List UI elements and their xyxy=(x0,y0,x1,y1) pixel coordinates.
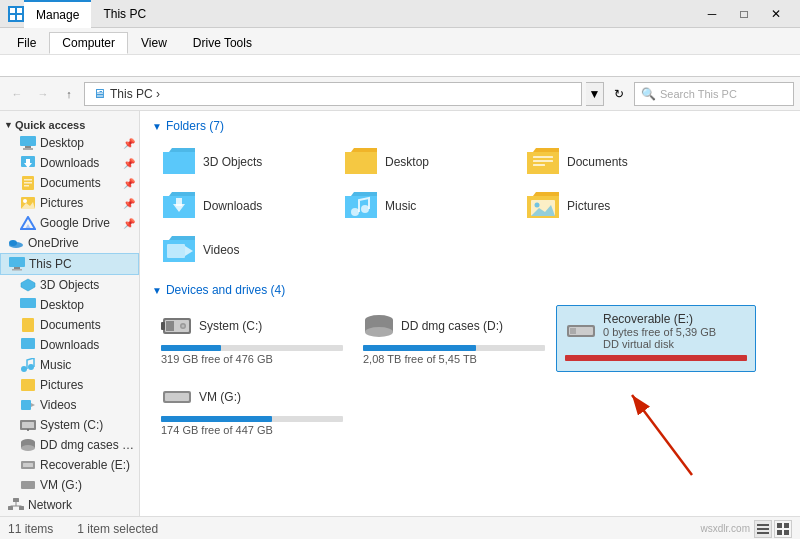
folder-videos-icon xyxy=(161,234,197,266)
downloads2-icon xyxy=(20,337,36,353)
sidebar-item-desktop[interactable]: Desktop 📌 xyxy=(0,133,139,153)
svg-rect-22 xyxy=(14,267,20,269)
title-tab-thispc[interactable]: This PC xyxy=(91,0,158,28)
folder-desktop[interactable]: Desktop xyxy=(334,141,514,183)
sidebar-item-vmg[interactable]: VM (G:) xyxy=(0,475,139,495)
forward-button[interactable]: → xyxy=(32,83,54,105)
vmg-progress-bg xyxy=(161,416,343,422)
address-dropdown[interactable]: ▼ xyxy=(586,82,604,106)
item-count: 11 items xyxy=(8,522,53,536)
ribbon-tab-computer[interactable]: Computer xyxy=(49,32,128,54)
sidebar-item-ddd[interactable]: DD dmg cases (D:) xyxy=(0,435,139,455)
search-box[interactable]: 🔍 Search This PC xyxy=(634,82,794,106)
recoverablee-progress-bg xyxy=(565,355,747,361)
minimize-button[interactable]: ─ xyxy=(696,0,728,28)
device-recoverablee-info: Recoverable (E:) 0 bytes free of 5,39 GB… xyxy=(603,312,747,350)
svg-rect-80 xyxy=(784,523,789,528)
sidebar-item-onedrive[interactable]: OneDrive xyxy=(0,233,139,253)
up-button[interactable]: ↑ xyxy=(58,83,80,105)
folder-music[interactable]: Music xyxy=(334,185,514,227)
ribbon-tab-drivetools[interactable]: Drive Tools xyxy=(180,32,265,54)
ribbon-tab-view[interactable]: View xyxy=(128,32,180,54)
documents-icon xyxy=(20,175,36,191)
svg-rect-12 xyxy=(24,182,32,184)
sidebar: ▼ Quick access Desktop 📌 Downloads 📌 Doc… xyxy=(0,111,140,516)
folders-arrow-icon: ▼ xyxy=(152,121,162,132)
ddd-icon xyxy=(20,437,36,453)
annotation-arrow xyxy=(612,365,732,485)
ddd-progress-bg xyxy=(363,345,545,351)
folder-3dobjects[interactable]: 3D Objects xyxy=(152,141,332,183)
sidebar-item-music[interactable]: Music xyxy=(0,355,139,375)
title-tab-manage[interactable]: Manage xyxy=(24,0,91,28)
sidebar-item-documents2[interactable]: Documents xyxy=(0,315,139,335)
svg-rect-9 xyxy=(26,159,30,164)
folder-downloads[interactable]: Downloads xyxy=(152,185,332,227)
device-vmg[interactable]: VM (G:) 174 GB free of 447 GB xyxy=(152,376,352,443)
sidebar-item-videos[interactable]: Videos xyxy=(0,395,139,415)
address-bar: ← → ↑ 🖥 This PC › ▼ ↻ 🔍 Search This PC xyxy=(0,77,800,111)
devices-grid: System (C:) 319 GB free of 476 GB xyxy=(152,305,788,443)
device-recoverablee-header: Recoverable (E:) 0 bytes free of 5,39 GB… xyxy=(565,312,747,350)
refresh-button[interactable]: ↻ xyxy=(608,83,630,105)
folder-pictures[interactable]: Pictures xyxy=(516,185,696,227)
back-button[interactable]: ← xyxy=(6,83,28,105)
downloads-icon xyxy=(20,155,36,171)
svg-point-29 xyxy=(28,364,34,370)
vmg-icon xyxy=(20,477,36,493)
device-systemc[interactable]: System (C:) 319 GB free of 476 GB xyxy=(152,305,352,372)
sidebar-item-recoverablee[interactable]: Recoverable (E:) xyxy=(0,455,139,475)
folder-videos[interactable]: Videos xyxy=(152,229,332,271)
sidebar-item-pictures[interactable]: Pictures 📌 xyxy=(0,193,139,213)
folder-music-icon xyxy=(343,190,379,222)
folder-pictures-icon xyxy=(525,190,561,222)
ddd-drive-icon xyxy=(363,312,395,340)
sidebar-item-3dobjects[interactable]: 3D Objects xyxy=(0,275,139,295)
sidebar-item-thispc[interactable]: This PC xyxy=(0,253,139,275)
view-grid-icon[interactable] xyxy=(774,520,792,538)
sidebar-item-network[interactable]: Network xyxy=(0,495,139,515)
ribbon-tab-file[interactable]: File xyxy=(4,32,49,54)
folders-section-header[interactable]: ▼ Folders (7) xyxy=(152,119,788,133)
sidebar-item-downloads[interactable]: Downloads 📌 xyxy=(0,153,139,173)
desktop-icon xyxy=(20,135,36,151)
folder-downloads-icon xyxy=(161,190,197,222)
main-layout: ▼ Quick access Desktop 📌 Downloads 📌 Doc… xyxy=(0,111,800,516)
svg-point-28 xyxy=(21,366,27,372)
sidebar-item-documents[interactable]: Documents 📌 xyxy=(0,173,139,193)
svg-rect-78 xyxy=(757,532,769,534)
sidebar-item-systemc[interactable]: System (C:) xyxy=(0,415,139,435)
sidebar-item-pictures2[interactable]: Pictures xyxy=(0,375,139,395)
folder-documents[interactable]: Documents xyxy=(516,141,696,183)
selected-count: 1 item selected xyxy=(77,522,158,536)
svg-rect-42 xyxy=(13,498,19,502)
device-systemc-header: System (C:) xyxy=(161,312,343,340)
maximize-button[interactable]: □ xyxy=(728,0,760,28)
svg-rect-34 xyxy=(22,422,34,428)
watermark: wsxdlr.com xyxy=(701,523,750,534)
onedrive-icon xyxy=(8,235,24,251)
svg-rect-41 xyxy=(21,481,35,489)
recoverablee-progress-fill xyxy=(565,355,747,361)
sidebar-item-googledrive[interactable]: Google Drive 📌 xyxy=(0,213,139,233)
sidebar-item-desktop2[interactable]: Desktop xyxy=(0,295,139,315)
devices-section-header[interactable]: ▼ Devices and drives (4) xyxy=(152,283,788,297)
close-button[interactable]: ✕ xyxy=(760,0,792,28)
svg-rect-62 xyxy=(166,321,174,331)
svg-rect-58 xyxy=(167,244,185,258)
address-field[interactable]: 🖥 This PC › xyxy=(84,82,582,106)
device-recoverablee[interactable]: Recoverable (E:) 0 bytes free of 5,39 GB… xyxy=(556,305,756,372)
device-vmg-header: VM (G:) xyxy=(161,383,343,411)
svg-point-38 xyxy=(21,445,35,451)
view-list-icon[interactable] xyxy=(754,520,772,538)
svg-point-15 xyxy=(23,199,27,203)
svg-rect-2 xyxy=(10,15,15,20)
svg-rect-76 xyxy=(757,524,769,526)
device-ddd[interactable]: DD dmg cases (D:) 2,08 TB free of 5,45 T… xyxy=(354,305,554,372)
title-bar-icons xyxy=(8,6,24,22)
sidebar-item-downloads2[interactable]: Downloads xyxy=(0,335,139,355)
svg-rect-48 xyxy=(533,156,553,158)
ribbon-tabs: File Computer View Drive Tools xyxy=(0,28,800,54)
quick-access-section: ▼ Quick access xyxy=(0,115,139,133)
systemc-progress-bg xyxy=(161,345,343,351)
